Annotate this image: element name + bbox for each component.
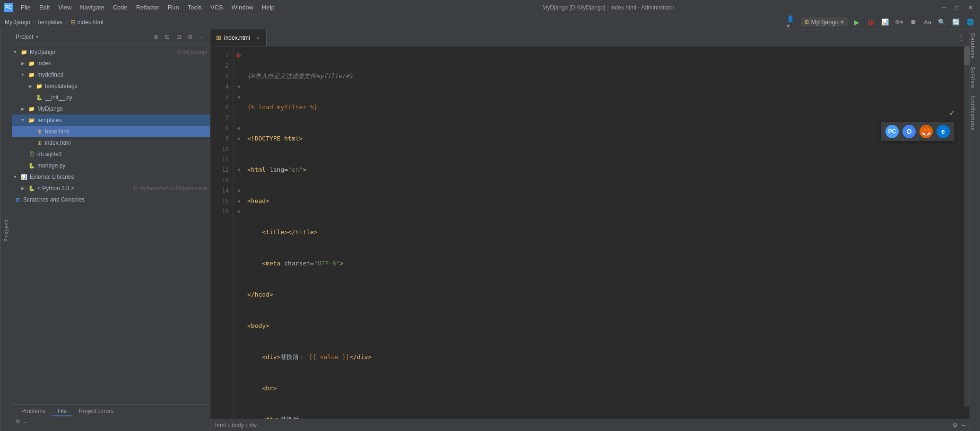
collapse-button[interactable]: ⊟ xyxy=(163,32,172,42)
run-button[interactable]: ▶ xyxy=(851,17,862,27)
project-side-label[interactable]: Project xyxy=(0,29,12,431)
breadcrumb-project[interactable]: MyDjango xyxy=(5,19,30,26)
profile-button[interactable]: 📊 xyxy=(880,17,890,27)
line-num-14: 14 xyxy=(210,185,234,196)
tree-templatetags[interactable]: ▶ 📁 templatetags xyxy=(12,80,210,92)
gutter-9: ◀ xyxy=(234,133,243,144)
menu-file[interactable]: File xyxy=(17,3,35,12)
panel-dropdown-arrow[interactable]: ▾ xyxy=(36,34,38,39)
locate-button[interactable]: ⊕ xyxy=(151,32,161,42)
code-span: charset xyxy=(284,258,310,269)
settings-bottom-icon[interactable]: ⚙ xyxy=(953,422,958,429)
external-label: External Libraries xyxy=(30,172,207,182)
settings-button[interactable]: ⚙ xyxy=(185,32,195,42)
maximize-button[interactable]: □ xyxy=(952,2,963,13)
code-span: </head> xyxy=(247,290,273,300)
minus-bottom-icon[interactable]: – xyxy=(962,422,965,429)
mydefined-folder-icon: 📁 xyxy=(28,71,35,79)
menu-navigate[interactable]: Navigate xyxy=(76,3,108,12)
gutter-12: ◀ xyxy=(234,165,243,175)
minimize-button[interactable]: — xyxy=(938,2,950,13)
scrollbar-thumb[interactable] xyxy=(964,46,970,65)
close-button[interactable]: ✕ xyxy=(965,2,976,13)
user2-button[interactable]: 🌐 xyxy=(965,17,975,27)
tab-file[interactable]: File xyxy=(52,407,72,416)
firefox-icon[interactable]: 🦊 xyxy=(919,125,933,138)
minimize-panel-button[interactable]: – xyxy=(197,32,206,42)
menu-view[interactable]: View xyxy=(54,3,75,12)
translate-button[interactable]: Aa xyxy=(922,17,933,27)
database-panel-tab[interactable]: Database xyxy=(970,29,980,63)
update-button[interactable]: 🔄 xyxy=(951,17,961,27)
gutter-15: ◀ xyxy=(234,196,243,206)
tree-mydjango-folder[interactable]: ▶ 📁 MyDjango xyxy=(12,103,210,114)
minimize-icon[interactable]: – xyxy=(24,419,27,424)
code-span: 替换后： xyxy=(280,414,305,419)
base-html-icon: ⊞ xyxy=(35,128,43,135)
tab-problems[interactable]: Problems xyxy=(16,407,51,416)
base-html-label: base.html xyxy=(45,127,207,136)
code-editor[interactable]: 1 2 3 4 5 6 7 8 9 10 11 12 13 14 15 16 xyxy=(210,46,970,419)
menu-vcs[interactable]: VCS xyxy=(207,3,227,12)
line-numbers: 1 2 3 4 5 6 7 8 9 10 11 12 13 14 15 16 xyxy=(210,46,234,419)
tree-index-html[interactable]: ⊞ index.html xyxy=(12,137,210,149)
tree-mydefined[interactable]: ▼ 📁 mydefined xyxy=(12,69,210,80)
menu-bar: File Edit View Navigate Code Refactor Ru… xyxy=(17,3,278,12)
debug-button[interactable]: 🐞 xyxy=(866,17,876,27)
notifications-panel-tab[interactable]: Notifications xyxy=(970,92,980,134)
editor-tab-index-html[interactable]: ⊞ index.html × xyxy=(210,29,267,46)
tab-more-button[interactable]: ⋮ xyxy=(953,33,970,42)
tree-scratches[interactable]: ⊞ Scratches and Consoles xyxy=(12,194,210,205)
breadcrumb-filename[interactable]: index.html xyxy=(78,19,104,26)
menu-code[interactable]: Code xyxy=(109,3,131,12)
menu-edit[interactable]: Edit xyxy=(35,3,53,12)
tree-root[interactable]: ▼ 📁 MyDjango D:\MyDjango xyxy=(12,46,210,58)
code-span: > xyxy=(303,165,306,175)
menu-tools[interactable]: Tools xyxy=(184,3,206,12)
tree-db-sqlite[interactable]: 🗄 db.sqlite3 xyxy=(12,149,210,160)
line-num-1: 1 xyxy=(210,50,234,61)
filter-button[interactable]: ⊡ xyxy=(174,32,183,42)
breadcrumb-sep-2: › xyxy=(65,18,67,26)
templates-folder-icon: 📂 xyxy=(28,116,35,124)
settings-icon[interactable]: ⚙ xyxy=(16,418,20,424)
tab-label: index.html xyxy=(224,35,250,41)
vertical-scrollbar[interactable] xyxy=(964,46,970,406)
tab-close-button[interactable]: × xyxy=(255,35,260,41)
menu-run[interactable]: Run xyxy=(164,3,183,12)
tree-templates[interactable]: ▼ 📂 templates xyxy=(12,114,210,126)
mydjango-folder-icon: 📁 xyxy=(28,105,35,113)
menu-refactor[interactable]: Refactor xyxy=(132,3,163,12)
code-line-2: {% load myfilter %} xyxy=(247,102,970,113)
menu-help[interactable]: Help xyxy=(258,3,278,12)
code-span: "en" xyxy=(288,165,303,175)
menu-window[interactable]: Window xyxy=(228,3,257,12)
tab-project-errors[interactable]: Project Errors xyxy=(73,407,119,416)
index-label: index xyxy=(37,59,207,68)
tree-external-libraries[interactable]: ▼ 📊 External Libraries xyxy=(12,171,210,183)
tree-base-html[interactable]: ⊞ base.html xyxy=(12,126,210,137)
project-run-selector[interactable]: ⊞ MyDjango ▾ xyxy=(801,18,848,26)
code-content[interactable]: {#导入自定义过滤器文件myfilter#} {% load myfilter … xyxy=(243,46,970,419)
tree-init-py[interactable]: 🐍 __init__.py xyxy=(12,92,210,103)
tree-index[interactable]: ▶ 📁 index xyxy=(12,58,210,69)
tree-python[interactable]: ▶ 🐍 < Python 3.8 > D:\Python\Python38\py… xyxy=(12,183,210,194)
status-right: ⚙ – xyxy=(953,422,965,429)
tree-manage-py[interactable]: 🐍 manage.py xyxy=(12,160,210,171)
coverage-button[interactable]: ⊛▾ xyxy=(894,17,904,27)
breadcrumb-folder[interactable]: templates xyxy=(38,19,62,26)
root-path: D:\MyDjango xyxy=(177,47,207,57)
stop-button[interactable]: ⏹ xyxy=(908,17,919,27)
gutter-8: ◀ xyxy=(234,123,243,133)
chrome-icon[interactable] xyxy=(902,125,916,138)
edge-icon[interactable]: e xyxy=(937,125,950,138)
title-bar-left: PC File Edit View Navigate Code Refactor… xyxy=(4,3,278,12)
user-button[interactable]: 👤▾ xyxy=(787,17,797,27)
line-num-5: 5 xyxy=(210,92,234,102)
search-button[interactable]: 🔍 xyxy=(937,17,947,27)
code-line-3: <!DOCTYPE html> xyxy=(247,133,970,144)
sciview-panel-tab[interactable]: SciView xyxy=(970,63,980,92)
file-tree: ▼ 📁 MyDjango D:\MyDjango ▶ 📁 index ▼ 📁 m… xyxy=(12,44,210,405)
pycharm-browser-icon[interactable]: PC xyxy=(885,125,899,138)
line-num-4: 4 xyxy=(210,81,234,92)
